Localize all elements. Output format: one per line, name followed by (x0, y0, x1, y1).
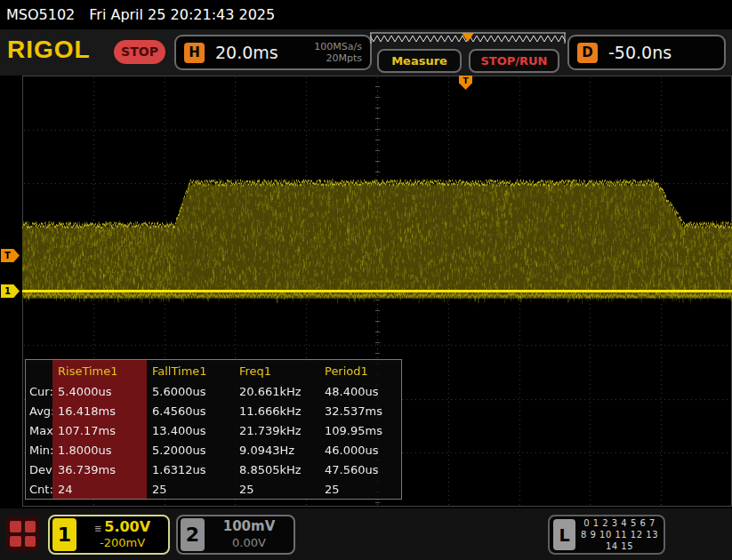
meas-cell: 20.661kHz (234, 381, 319, 401)
menu-grid-icon (25, 521, 36, 532)
meas-cell: 25 (234, 479, 319, 499)
meas-cell: 5.2000us (147, 440, 234, 460)
waveform-memory-position-indicator[interactable] (370, 32, 566, 47)
bottom-bar: 1 ≡5.00V -200mV 2 100mV 0.00V L 0 1 2 3 … (0, 508, 732, 560)
channel1-button[interactable]: 1 ≡5.00V -200mV (48, 515, 170, 555)
channel1-scale: ≡5.00V (76, 518, 168, 537)
meas-cell: 47.560us (319, 460, 394, 479)
meas-cell: 8.8505kHz (234, 460, 319, 479)
channel1-number-badge: 1 (52, 518, 76, 551)
timebase-value: 20.0ms (215, 43, 278, 62)
sample-rate: 100MSa/s (314, 41, 362, 52)
digital-channels-line2: 8 9 10 11 12 13 14 15 (575, 529, 664, 552)
meas-cell: 16.418ms (52, 401, 147, 420)
meas-cell: 48.400us (319, 381, 394, 401)
meas-cell: 1.8000us (52, 440, 147, 460)
measurement-panel: RiseTime1 FallTime1 Freq1 Period1 Cur: 5… (25, 359, 402, 500)
menu-grid-icon (10, 521, 21, 532)
meas-cell: 6.4560us (147, 401, 234, 420)
memory-depth: 20Mpts (314, 52, 362, 64)
meas-cell: 36.739ms (52, 460, 147, 479)
meas-cell: 1.6312us (147, 460, 234, 479)
meas-cell: 9.0943Hz (234, 440, 319, 460)
measurement-row-avg: Avg: 16.418ms 6.4560us 11.666kHz 32.537m… (26, 401, 401, 420)
menu-grid-button[interactable] (5, 516, 40, 551)
measurement-row-dev: Dev: 36.739ms 1.6312us 8.8505kHz 47.560u… (26, 460, 401, 479)
meas-cell: 107.17ms (52, 420, 147, 440)
measurement-row-min: Min: 1.8000us 5.2000us 9.0943Hz 46.000us (26, 440, 401, 460)
menu-grid-icon (10, 536, 21, 548)
meas-cell: 32.537ms (319, 401, 394, 420)
waveform-display-area: T T 1 RiseTime1 FallTime1 Freq1 Period1 … (0, 76, 732, 508)
channel2-scale: 100mV (205, 518, 294, 536)
meas-column-period1[interactable]: Period1 (319, 360, 394, 381)
meas-cell: 11.666kHz (234, 401, 319, 420)
meas-cell: 25 (147, 479, 234, 499)
measurement-header-row: RiseTime1 FallTime1 Freq1 Period1 (26, 360, 401, 381)
digital-channels-button[interactable]: L 0 1 2 3 4 5 6 7 8 9 10 11 12 13 14 15 (548, 515, 665, 555)
status-bar: MSO5102Fri April 25 20:21:43 2025 (0, 0, 732, 29)
header-bar: RIGOL STOP H 20.0ms 100MSa/s 20Mpts Meas… (0, 29, 732, 76)
channel2-button[interactable]: 2 100mV 0.00V (176, 515, 295, 555)
measurement-row-max: Max: 107.17ms 13.400us 21.739kHz 109.95m… (26, 420, 401, 440)
horizontal-h-icon: H (184, 43, 205, 63)
model-name: MSO5102 (6, 6, 75, 23)
rigol-logo: RIGOL (7, 36, 91, 64)
meas-cell: 21.739kHz (234, 420, 319, 440)
measurement-row-cnt: Cnt: 24 25 25 25 (26, 479, 401, 499)
channel2-offset: 0.00V (205, 536, 294, 551)
meas-cell: 109.95ms (319, 420, 394, 440)
meas-cell: 5.4000us (52, 381, 147, 401)
measurement-row-cur: Cur: 5.4000us 5.6000us 20.661kHz 48.400u… (26, 381, 401, 401)
meas-cell: 13.400us (147, 420, 234, 440)
channel1-level-marker[interactable]: 1 (1, 284, 20, 298)
meas-cell: 46.000us (319, 440, 394, 460)
logic-l-icon: L (553, 519, 575, 550)
meas-column-freq1[interactable]: Freq1 (234, 360, 319, 381)
meas-column-risetime1[interactable]: RiseTime1 (52, 360, 147, 381)
meas-cell: 5.6000us (147, 381, 234, 401)
horizontal-settings-button[interactable]: H 20.0ms 100MSa/s 20Mpts (174, 35, 372, 70)
meas-column-falltime1[interactable]: FallTime1 (147, 360, 234, 381)
meas-cell: 24 (52, 479, 147, 499)
delay-settings-button[interactable]: D -50.0ns (567, 35, 726, 70)
menu-grid-icon (25, 536, 36, 548)
stop-run-button[interactable]: STOP/RUN (469, 49, 559, 73)
measure-button[interactable]: Measure (377, 49, 462, 73)
channel1-offset: -200mV (76, 536, 168, 551)
oscilloscope-screen: MSO5102Fri April 25 20:21:43 2025 RIGOL … (0, 0, 732, 560)
channel2-number-badge: 2 (181, 518, 205, 551)
coupling-icon: ≡ (94, 524, 101, 533)
meas-cell: 25 (319, 479, 394, 499)
delay-value: -50.0ns (608, 43, 672, 62)
datetime: Fri April 25 20:21:43 2025 (89, 6, 275, 23)
delay-d-icon: D (577, 43, 598, 63)
digital-channels-line1: 0 1 2 3 4 5 6 7 (575, 517, 664, 529)
trigger-level-marker[interactable]: T (1, 249, 20, 262)
run-state-badge: STOP (114, 40, 165, 64)
